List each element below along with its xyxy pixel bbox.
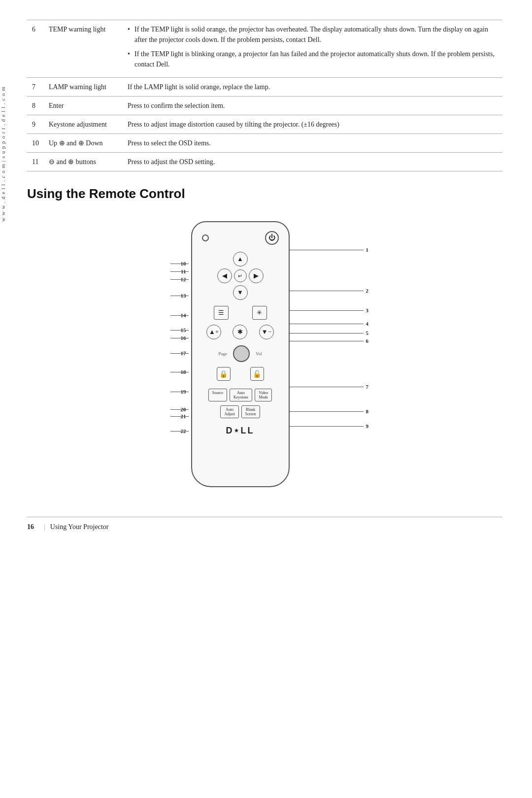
label-right-8: 8 — [366, 408, 378, 414]
row-number: 10 — [27, 134, 44, 153]
dell-logo: D⋆LL — [192, 420, 289, 439]
auto-adjust-btn: AutoAdjust — [220, 405, 238, 418]
row-label: TEMP warning light — [44, 20, 123, 78]
row-number: 9 — [27, 115, 44, 134]
label-right-5: 5 — [366, 330, 378, 336]
connector-line-left-21 — [170, 416, 189, 417]
section-heading: Using the Remote Control — [27, 186, 502, 201]
connector-line-right-3 — [290, 310, 364, 311]
connector-line-right-1 — [290, 250, 364, 250]
power-button: ⏻ — [265, 231, 279, 245]
zoom-up: ▲+ — [206, 325, 221, 339]
trackpad-section: Page Vol — [192, 342, 289, 365]
auto-row: AutoAdjust BlankScreen — [192, 403, 289, 420]
connector-line-right-8 — [290, 411, 364, 412]
vol-label: Vol — [256, 351, 262, 356]
row-number: 6 — [27, 20, 44, 78]
settings-button: ✳ — [252, 306, 267, 320]
row-label: Enter — [44, 97, 123, 115]
menu-button: ☰ — [214, 306, 229, 320]
row-label: Up ⊕ and ⊕ Down — [44, 134, 123, 153]
bullet-item: If the TEMP light is solid orange, the p… — [128, 24, 498, 45]
remote-wrapper: ⏻ ▲ ◀ ↵ ▶ ▼ — [152, 216, 378, 502]
row-description: If the TEMP light is solid orange, the p… — [123, 20, 502, 78]
footer: 16 | Using Your Projector — [27, 517, 502, 537]
footer-section-title: Using Your Projector — [50, 523, 109, 531]
connector-line-left-13 — [170, 296, 189, 296]
label-right-6: 6 — [366, 338, 378, 344]
zoom-asterisk: ✱ — [233, 325, 247, 339]
connector-line-right-6 — [290, 341, 364, 341]
connector-line-right-9 — [290, 426, 364, 427]
mid-row: ☰ ✳ — [192, 304, 289, 322]
lock-btn-2: 🔓 — [250, 367, 264, 381]
source-btn: Source — [208, 389, 227, 401]
side-watermark: w w w . d e l l . c o m | s u p p o r t … — [0, 25, 10, 222]
connector-line-left-11 — [170, 271, 189, 272]
dpad-left: ◀ — [217, 268, 232, 283]
row-description: Press to adjust image distortion caused … — [123, 115, 502, 134]
dpad-enter: ↵ — [234, 269, 247, 282]
connector-line-right-4 — [290, 324, 364, 324]
row-label: ⊖ and ⊕ buttons — [44, 153, 123, 171]
remote-body: ⏻ ▲ ◀ ↵ ▶ ▼ — [191, 221, 290, 487]
table-row: 11⊖ and ⊕ buttonsPress to adjust the OSD… — [27, 153, 502, 171]
blank-screen-btn: BlankScreen — [241, 405, 260, 418]
connector-line-left-12 — [170, 279, 189, 280]
connector-line-right-2 — [290, 291, 364, 291]
connector-line-left-19 — [170, 392, 189, 392]
trackpad-ball — [233, 345, 250, 362]
connector-line-left-15 — [170, 330, 189, 331]
bullet-item: If the TEMP light is blinking orange, a … — [128, 49, 498, 69]
table-row: 9Keystone adjustmentPress to adjust imag… — [27, 115, 502, 134]
page-label: Page — [219, 351, 228, 356]
label-right-4: 4 — [366, 321, 378, 327]
video-mode-btn: VideoMode — [255, 389, 272, 401]
row-number: 7 — [27, 78, 44, 97]
lock-row: 🔒 🔓 — [192, 365, 289, 383]
connector-line-left-20 — [170, 409, 189, 410]
connector-line-left-14 — [170, 315, 189, 316]
row-number: 11 — [27, 153, 44, 171]
zoom-down: ▼− — [259, 325, 274, 339]
row-description: If the LAMP light is solid orange, repla… — [123, 78, 502, 97]
footer-page-number: 16 — [27, 523, 34, 531]
power-row: ⏻ — [192, 222, 289, 249]
dpad-right: ▶ — [249, 268, 264, 283]
row-label: LAMP warning light — [44, 78, 123, 97]
auto-keystone-btn: AutoKeystone — [230, 389, 252, 401]
table-row: 10Up ⊕ and ⊕ DownPress to select the OSD… — [27, 134, 502, 153]
label-right-9: 9 — [366, 423, 378, 429]
row-number: 8 — [27, 97, 44, 115]
arrow-row: ▲+ ✱ ▼− — [192, 322, 289, 342]
table-row: 7LAMP warning lightIf the LAMP light is … — [27, 78, 502, 97]
label-right-1: 1 — [366, 247, 378, 253]
table-row: 8EnterPress to confirm the selection ite… — [27, 97, 502, 115]
row-description: Press to select the OSD items. — [123, 134, 502, 153]
remote-diagram: ⏻ ▲ ◀ ↵ ▶ ▼ — [27, 216, 502, 502]
label-right-7: 7 — [366, 384, 378, 390]
footer-divider: | — [44, 523, 45, 531]
row-description: Press to adjust the OSD setting. — [123, 153, 502, 171]
source-row: Source AutoKeystone VideoMode — [192, 387, 289, 403]
connector-line-left-17 — [170, 353, 189, 354]
label-right-2: 2 — [366, 288, 378, 294]
lock-btn-1: 🔒 — [217, 367, 231, 381]
dpad-cluster: ▲ ◀ ↵ ▶ ▼ — [192, 251, 289, 301]
table-row: 6TEMP warning lightIf the TEMP light is … — [27, 20, 502, 78]
label-right-3: 3 — [366, 307, 378, 313]
features-table: 6TEMP warning lightIf the TEMP light is … — [27, 20, 502, 171]
dpad-down: ▼ — [233, 285, 248, 300]
dpad-up: ▲ — [233, 252, 248, 266]
connector-line-right-7 — [290, 387, 364, 387]
ir-sensor — [202, 234, 209, 241]
row-description: Press to confirm the selection item. — [123, 97, 502, 115]
connector-line-right-5 — [290, 333, 364, 333]
connector-line-left-16 — [170, 338, 189, 338]
connector-line-left-22 — [170, 431, 189, 432]
connector-line-left-10 — [170, 264, 189, 264]
row-label: Keystone adjustment — [44, 115, 123, 134]
connector-line-left-18 — [170, 372, 189, 372]
